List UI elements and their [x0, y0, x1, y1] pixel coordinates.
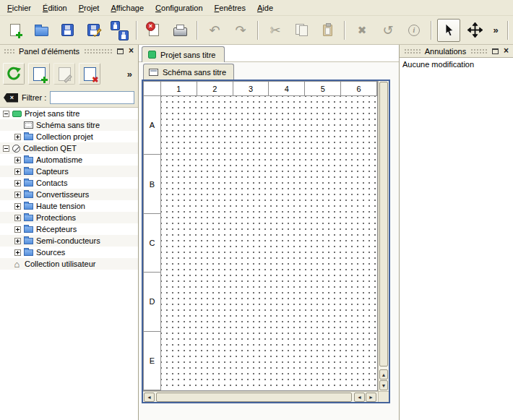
menu-fenetres[interactable]: Fenêtres: [209, 1, 251, 14]
clear-filter-icon[interactable]: ×: [4, 93, 18, 103]
reload-collections-button[interactable]: [3, 63, 25, 85]
move-tool-button[interactable]: [463, 19, 486, 42]
save-floppy-icon: [61, 24, 74, 36]
new-element-button[interactable]: [28, 63, 50, 85]
undo-dock-titlebar[interactable]: Annulations ×: [400, 45, 513, 57]
tree-item-semi-conducteurs[interactable]: Semi-conducteurs: [0, 235, 138, 247]
tab-projet-sans-titre[interactable]: Projet sans titre: [142, 46, 225, 62]
elements-tree[interactable]: Projet sans titre Schéma sans titre Coll…: [0, 107, 138, 420]
edit-element-button[interactable]: [53, 63, 75, 85]
tree-item-contacts[interactable]: Contacts: [0, 177, 138, 189]
expand-icon[interactable]: [14, 203, 21, 210]
redo-button[interactable]: ↷: [229, 19, 252, 42]
project-icon: [12, 111, 22, 117]
tree-item-capteurs[interactable]: Capteurs: [0, 166, 138, 177]
expand-icon[interactable]: [14, 249, 21, 256]
delete-element-button[interactable]: ✖: [79, 63, 100, 85]
tree-item-projet-sans-titre[interactable]: Projet sans titre: [0, 108, 138, 119]
menu-projet[interactable]: Projet: [73, 1, 105, 14]
filter-input[interactable]: [50, 91, 134, 104]
delete-button[interactable]: ✖: [350, 19, 374, 42]
tree-item-convertisseurs[interactable]: Convertisseurs: [0, 189, 138, 200]
menu-edition[interactable]: Édition: [37, 1, 73, 14]
expand-icon[interactable]: [14, 238, 21, 244]
tab-schema-sans-titre[interactable]: Schéma sans titre: [143, 64, 234, 80]
toolbar-overflow-button[interactable]: »: [489, 19, 502, 42]
scroll-left-button[interactable]: ◄: [144, 393, 155, 402]
schema-canvas[interactable]: [161, 96, 377, 390]
tree-item-automatisme[interactable]: Automatisme: [0, 154, 138, 166]
menu-configuration[interactable]: Configuration: [150, 1, 208, 14]
panel-overflow-button[interactable]: »: [127, 69, 132, 80]
tree-item-sources[interactable]: Sources: [0, 247, 138, 258]
tree-item-collection-projet[interactable]: Collection projet: [0, 131, 138, 142]
horizontal-scrollbar-thumb[interactable]: [156, 393, 352, 402]
plus-badge-icon: [41, 77, 48, 83]
ruler-column: 5: [305, 82, 341, 96]
cut-button[interactable]: ✂: [264, 19, 287, 42]
menu-fichier[interactable]: Fichier: [1, 1, 37, 14]
dock-float-button[interactable]: [115, 46, 126, 56]
vertical-scrollbar-thumb[interactable]: [379, 82, 388, 367]
expand-icon[interactable]: [14, 226, 21, 233]
pencil-icon: [92, 28, 101, 37]
vertical-scrollbar[interactable]: ▲ ▼: [378, 81, 389, 391]
save-as-button[interactable]: [82, 19, 105, 42]
tree-item-label: Collection utilisateur: [25, 260, 95, 268]
save-button[interactable]: [56, 19, 79, 42]
tree-item-label: Récepteurs: [36, 225, 77, 233]
element-info-button[interactable]: i: [402, 19, 426, 42]
scroll-right-button[interactable]: ►: [366, 393, 376, 402]
dock-float-button[interactable]: [490, 46, 501, 56]
dock-close-button[interactable]: ×: [126, 46, 137, 56]
close-file-button[interactable]: ×: [142, 19, 165, 42]
element-box-icon: ✖: [84, 67, 96, 81]
paste-button[interactable]: [316, 19, 339, 42]
ruler-row: D: [144, 273, 161, 331]
scroll-left-button-2[interactable]: ◄: [354, 393, 365, 402]
pencil-icon: [64, 74, 72, 82]
open-file-button[interactable]: [30, 19, 53, 42]
undo-dock: Annulations × Aucune modification: [399, 45, 513, 420]
folder-icon: [24, 238, 33, 244]
tree-item-schema-sans-titre[interactable]: Schéma sans titre: [0, 119, 138, 131]
tree-item-recepteurs[interactable]: Récepteurs: [0, 223, 138, 235]
tree-item-collection-utilisateur[interactable]: ⌂ Collection utilisateur: [0, 258, 138, 270]
folder-icon: [24, 226, 33, 233]
tree-item-label: Sources: [36, 248, 65, 257]
new-file-button[interactable]: [4, 19, 27, 42]
undo-history-list[interactable]: Aucune modification: [400, 57, 513, 420]
expand-icon[interactable]: [14, 134, 21, 140]
folder-icon: [24, 180, 33, 187]
project-view-area: Projet sans titre Schéma sans titre 1 2 …: [139, 45, 399, 420]
elements-panel-titlebar[interactable]: Panel d'éléments ×: [0, 45, 138, 57]
expand-icon[interactable]: [14, 192, 21, 198]
expand-icon[interactable]: [14, 180, 21, 187]
scroll-up-button[interactable]: ▲: [379, 369, 388, 380]
undo-button[interactable]: ↶: [203, 19, 226, 42]
menu-affichage[interactable]: Affichage: [105, 1, 150, 14]
rotate-button[interactable]: ↺: [376, 19, 400, 42]
print-button[interactable]: [168, 19, 191, 42]
expand-icon[interactable]: [14, 157, 21, 163]
save-all-button[interactable]: [108, 19, 131, 42]
tree-item-label: Schéma sans titre: [36, 121, 100, 129]
elements-panel-dock: Panel d'éléments × ✖ » ×: [0, 45, 139, 420]
tree-item-protections[interactable]: Protections: [0, 212, 138, 223]
collapse-icon[interactable]: [3, 111, 9, 117]
select-tool-button[interactable]: [437, 19, 460, 42]
tree-item-collection-qet[interactable]: Collection QET: [0, 142, 138, 154]
expand-icon[interactable]: [14, 215, 21, 221]
new-document-icon: [10, 24, 20, 36]
horizontal-scrollbar[interactable]: ◄ ◄ ►: [143, 391, 378, 402]
arrow-up-icon: ▲: [381, 372, 387, 377]
dock-grip: [4, 48, 15, 54]
collapse-icon[interactable]: [3, 145, 9, 152]
toolbar-separator: [257, 21, 259, 40]
expand-icon[interactable]: [14, 168, 21, 175]
copy-button[interactable]: [290, 19, 313, 42]
tree-item-haute-tension[interactable]: Haute tension: [0, 200, 138, 212]
dock-close-button[interactable]: ×: [501, 46, 512, 56]
scroll-down-button[interactable]: ▼: [379, 380, 388, 390]
menu-aide[interactable]: Aide: [251, 1, 279, 14]
